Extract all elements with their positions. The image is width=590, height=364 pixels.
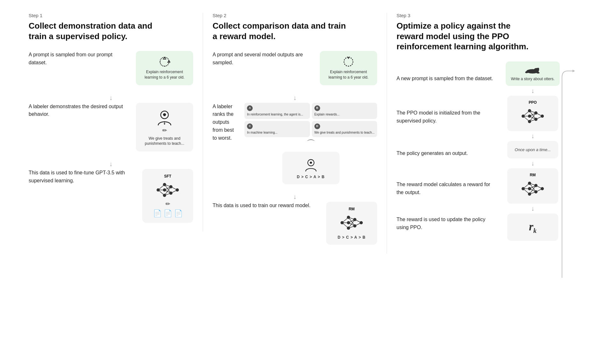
brace-icon: ⌒ <box>306 138 315 150</box>
feedback-loop-svg <box>560 68 575 284</box>
step2-card3: RM <box>326 202 377 245</box>
step3-desc1: A new prompt is sampled from the dataset… <box>397 61 498 96</box>
step1-card2: ✏ We give treats and punishments to teac… <box>136 103 193 152</box>
step3-title: Optimize a policy against the reward mod… <box>397 21 530 52</box>
svg-line-40 <box>355 223 361 226</box>
step3-down1: ↓ <box>531 87 534 94</box>
step2-labeler-card: D > C > A > B <box>282 152 340 184</box>
recycle-icon <box>159 56 170 67</box>
step3-down2: ↓ <box>531 132 534 140</box>
step1-desc1: A prompt is sampled from our prompt data… <box>29 51 128 67</box>
step2-card1-text: Explain reinforcement learning to a 6 ye… <box>325 69 372 80</box>
step2-column: Step 2 Collect comparison data and train… <box>203 13 387 254</box>
step1-card2-text: We give treats and punishments to teach.… <box>141 136 188 147</box>
rm-net2 <box>520 178 545 199</box>
step3-ppo-card2: PPO <box>507 96 558 131</box>
step2-row3: This data is used to train our reward mo… <box>213 202 377 245</box>
step1-card3: SFT <box>142 169 193 223</box>
step1-arrow1: ↓ <box>29 94 193 102</box>
step1-desc2: A labeler demonstrates the desired outpu… <box>29 103 128 119</box>
comp-label-a: A <box>247 105 253 111</box>
step3-left-descriptions: A new prompt is sampled from the dataset… <box>397 61 498 240</box>
comp-card-d: D We give treats and punishments to teac… <box>312 121 377 137</box>
step3-desc2: The PPO model is initialized from the su… <box>397 96 498 138</box>
step3-otter-card: Write a story about otters. <box>506 61 559 86</box>
comp-text-b: Explain rewards... <box>314 113 340 116</box>
step1-row1: A prompt is sampled from our prompt data… <box>29 51 193 85</box>
step1-label: Step 1 <box>29 13 193 18</box>
step2-ranking2: D > C > A > B <box>338 235 366 240</box>
step1-card1: Explain reinforcement learning to a 6 ye… <box>136 51 193 85</box>
step3-reward-card2: rk <box>507 214 558 241</box>
svg-point-43 <box>537 68 539 70</box>
comp-label-b: B <box>314 105 320 111</box>
step1-arrow2: ↓ <box>29 160 193 168</box>
comp-text-d: We give treats and punishments to teach.… <box>314 131 375 134</box>
step3-label: Step 3 <box>397 13 561 18</box>
step2-desc3: This data is used to train our reward mo… <box>213 202 319 210</box>
step2-comparison-area: A In reinforcement learning, the agent i… <box>244 103 377 184</box>
main-diagram: Step 1 Collect demonstration data and tr… <box>19 13 571 254</box>
step2-row2: A labeler ranks the outputs from best to… <box>213 103 377 184</box>
svg-point-1 <box>163 114 166 116</box>
reward-symbol2: rk <box>529 220 537 234</box>
step2-arrow1: ↓ <box>213 94 377 102</box>
labeler-icon2 <box>303 157 319 173</box>
step2-label: Step 2 <box>213 13 377 18</box>
recycle-icon2 <box>343 56 354 67</box>
comp-card-a: A In reinforcement learning, the agent i… <box>244 103 310 119</box>
rm-label3: RM <box>530 173 536 177</box>
ppo-net2 <box>520 106 545 127</box>
step2-desc1: A prompt and several model outputs are s… <box>213 51 312 67</box>
step3-rm-card2: RM <box>507 168 558 204</box>
comp-text-a: In reinforcement learning, the agent is.… <box>247 113 303 116</box>
step1-row3: This data is used to fine-tune GPT-3.5 w… <box>29 169 193 223</box>
pencil-icon2: ✏ <box>165 200 170 207</box>
step1-title: Collect demonstration data and train a s… <box>29 21 162 41</box>
svg-point-22 <box>310 162 312 164</box>
svg-line-19 <box>171 187 177 190</box>
rm-network-icon <box>339 213 364 233</box>
svg-line-63 <box>536 116 542 119</box>
step3-desc3: The policy generates an output. <box>397 138 498 170</box>
svg-marker-82 <box>572 70 575 72</box>
svg-line-39 <box>355 220 361 223</box>
step2-ranking1: D > C > A > B <box>297 175 325 179</box>
step3-down4: ↓ <box>531 205 534 212</box>
rm-label: RM <box>349 207 355 211</box>
ppo-label2: PPO <box>529 100 537 105</box>
step3-desc5: The reward is used to update the policy … <box>397 208 498 240</box>
step3-otter-text: Write a story about otters. <box>511 76 554 82</box>
sft-label: SFT <box>164 174 172 178</box>
step2-card1: Explain reinforcement learning to a 6 ye… <box>320 51 377 85</box>
svg-line-62 <box>536 113 542 116</box>
labeler-icon <box>155 108 174 127</box>
sft-network-icon <box>155 180 180 200</box>
comparison-grid: A In reinforcement learning, the agent i… <box>244 103 377 137</box>
comp-label-c: C <box>247 123 253 129</box>
step1-card1-text: Explain reinforcement learning to a 6 ye… <box>141 69 188 80</box>
step3-output-text2: Once upon a time... <box>515 147 551 152</box>
step3-output-card2: Once upon a time... <box>507 141 558 158</box>
step2-desc2: A labeler ranks the outputs from best to… <box>213 103 237 142</box>
comp-card-c: C In machine learning... <box>244 121 310 137</box>
svg-line-20 <box>171 190 177 193</box>
step3-main-content: A new prompt is sampled from the dataset… <box>397 61 561 241</box>
pencil-icon: ✏ <box>162 127 167 134</box>
step2-title: Collect comparison data and train a rewa… <box>213 21 346 41</box>
step3-right-diagram: Write a story about otters. ↓ PPO ↓ Once… <box>504 61 561 241</box>
step1-row2: A labeler demonstrates the desired outpu… <box>29 103 193 152</box>
step3-column: Step 3 Optimize a policy against the rew… <box>387 13 571 241</box>
step1-column: Step 1 Collect demonstration data and tr… <box>19 13 203 232</box>
svg-line-81 <box>536 189 542 192</box>
comp-text-c: In machine learning... <box>247 131 277 134</box>
step3-down3: ↓ <box>531 160 534 167</box>
step2-arrow2: ↓ <box>213 193 377 200</box>
svg-line-80 <box>536 186 542 189</box>
comp-card-b: B Explain rewards... <box>312 103 377 119</box>
step2-row1: A prompt and several model outputs are s… <box>213 51 377 85</box>
step1-desc3: This data is used to fine-tune GPT-3.5 w… <box>29 169 135 185</box>
otter-icon2 <box>524 66 541 75</box>
documents-icon: 📄 📄 📄 <box>153 209 183 218</box>
step3-desc4: The reward model calculates a reward for… <box>397 170 498 208</box>
